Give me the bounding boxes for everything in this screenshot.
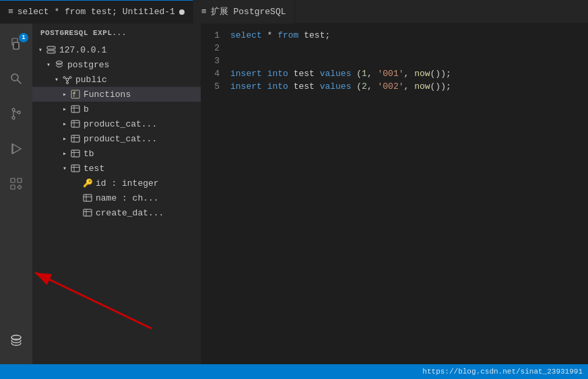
svg-point-5	[12, 108, 15, 111]
tree-item-createdat[interactable]: ▸ create_dat...	[32, 205, 201, 220]
code-line-3	[230, 55, 588, 67]
tree-arrow-test	[59, 163, 70, 174]
tree-arrow-product-cat-2	[59, 133, 70, 144]
svg-rect-31	[71, 120, 79, 127]
svg-point-21	[69, 77, 71, 79]
tree-arrow-b	[59, 104, 70, 114]
tree-item-server[interactable]: 127.0.0.1	[32, 42, 201, 57]
svg-point-7	[18, 111, 20, 114]
svg-rect-43	[84, 195, 92, 201]
tree-arrow-tb	[59, 148, 70, 159]
status-bar-url: https://blog.csdn.net/sinat_23931991	[422, 368, 583, 376]
tree-label-tb: tb	[84, 149, 94, 159]
tree-label-postgres: postgres	[67, 60, 109, 70]
activity-search[interactable]	[0, 64, 32, 96]
table-tb-icon	[70, 148, 81, 159]
code-line-1: select * from test;	[230, 29, 588, 42]
db-icon	[8, 333, 24, 352]
tree-label-product-cat-1: product_cat...	[84, 119, 157, 129]
column-createdat-icon	[82, 207, 93, 218]
svg-point-6	[12, 116, 15, 119]
functions-icon: f	[70, 89, 81, 100]
search-icon	[9, 71, 24, 89]
tab-bar: ≡ select * from test; Untitled-1 ≡ 扩展 Po…	[0, 0, 588, 24]
tree-item-b[interactable]: b	[32, 102, 201, 116]
tree-label-b: b	[84, 104, 89, 114]
extensions-icon	[9, 176, 24, 194]
line-numbers: 1 2 3 4 5	[201, 29, 228, 359]
tree-item-id[interactable]: ▸ 🔑 id : integer	[32, 176, 201, 191]
tree-item-product-cat-1[interactable]: product_cat...	[32, 116, 201, 131]
activity-bar: 1	[0, 24, 32, 364]
tab-pg[interactable]: ≡ 扩展 PostgreSQL	[193, 0, 295, 24]
table-product-cat-2-icon	[70, 133, 81, 144]
tab-pg-icon: ≡	[201, 7, 207, 17]
svg-rect-11	[18, 178, 22, 182]
svg-rect-37	[71, 150, 79, 157]
tree-item-name[interactable]: ▸ name : ch...	[32, 191, 201, 205]
activity-git[interactable]	[0, 99, 32, 131]
tree-arrow-functions	[59, 89, 70, 100]
editor-area: 1 2 3 4 5 select * from test; insert int…	[201, 24, 588, 364]
tree-item-tb[interactable]: tb	[32, 146, 201, 161]
svg-rect-28	[71, 106, 79, 112]
activity-db[interactable]	[0, 326, 32, 359]
sidebar: POSTGRESQL EXPL... 127.0.0.1	[32, 24, 201, 364]
tree-item-public[interactable]: public	[32, 72, 201, 87]
svg-point-20	[63, 77, 65, 79]
tree-item-test[interactable]: test	[32, 161, 201, 176]
svg-point-22	[67, 82, 69, 84]
table-b-icon	[70, 104, 81, 114]
svg-text:f: f	[72, 91, 76, 98]
column-name-icon	[82, 193, 93, 203]
code-content[interactable]: select * from test; insert into test val…	[228, 29, 588, 359]
sidebar-title: POSTGRESQL EXPL...	[32, 24, 201, 42]
tree-label-public: public	[75, 75, 107, 85]
tree-item-postgres[interactable]: postgres	[32, 57, 201, 72]
table-product-cat-1-icon	[70, 118, 81, 129]
tree-label-functions: Functions	[84, 90, 131, 100]
svg-rect-34	[71, 135, 79, 142]
tree-item-product-cat-2[interactable]: product_cat...	[32, 131, 201, 146]
svg-point-18	[57, 61, 63, 64]
activity-files[interactable]: 1	[0, 29, 32, 61]
status-bar: https://blog.csdn.net/sinat_23931991	[0, 364, 588, 379]
svg-line-4	[18, 80, 21, 83]
tree-arrow-server	[35, 44, 46, 55]
svg-rect-1	[13, 42, 19, 49]
tree-label-test: test	[84, 164, 104, 174]
tree-label-createdat: create_dat...	[96, 208, 164, 218]
activity-run[interactable]	[0, 134, 32, 166]
tab-select-label: select * from test; Untitled-1	[18, 7, 175, 17]
tab-unsaved-dot	[179, 9, 185, 15]
activity-extensions[interactable]	[0, 169, 32, 201]
tab-pg-label: 扩展 PostgreSQL	[211, 5, 286, 18]
svg-point-16	[53, 47, 55, 48]
schema-icon	[62, 74, 73, 85]
svg-point-17	[53, 51, 55, 53]
key-icon: 🔑	[82, 178, 93, 188]
tree-label-product-cat-2: product_cat...	[84, 134, 157, 144]
svg-rect-12	[11, 185, 15, 189]
git-icon	[9, 106, 24, 124]
svg-marker-8	[13, 144, 21, 153]
tab-select-icon: ≡	[8, 7, 13, 17]
svg-rect-46	[84, 209, 92, 216]
files-badge: 1	[19, 33, 28, 42]
code-line-2	[230, 42, 588, 55]
run-icon	[9, 141, 24, 159]
svg-rect-40	[71, 165, 79, 172]
tree-label-name: name : ch...	[96, 193, 159, 203]
server-icon	[46, 44, 57, 55]
svg-point-19	[66, 78, 69, 81]
svg-point-13	[11, 335, 21, 339]
tree-item-functions[interactable]: f Functions	[32, 87, 201, 102]
tree-label-server: 127.0.0.1	[59, 45, 106, 55]
tree-arrow-postgres	[43, 59, 54, 70]
tree-label-id: id : integer	[96, 178, 159, 188]
editor-content[interactable]: 1 2 3 4 5 select * from test; insert int…	[201, 24, 588, 364]
table-test-icon	[70, 163, 81, 174]
tab-select[interactable]: ≡ select * from test; Untitled-1	[0, 0, 193, 24]
svg-rect-10	[11, 178, 15, 182]
code-line-4: insert into test values (1, '001', now()…	[230, 67, 588, 80]
